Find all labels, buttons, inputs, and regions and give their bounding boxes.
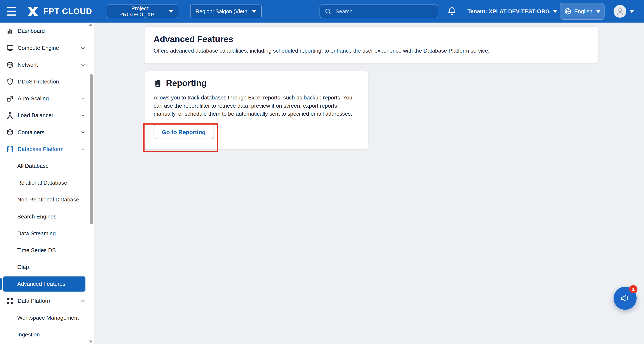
sidebar: Dashboard Compute Engine Network D bbox=[0, 23, 94, 344]
chevron-down-icon bbox=[252, 10, 256, 13]
region-label: Region: Saigon (Vietn... bbox=[196, 8, 252, 14]
sidebar-item-load-balancer[interactable]: Load Balancer bbox=[0, 107, 94, 124]
brand-logo[interactable]: FPT CLOUD bbox=[26, 0, 92, 23]
chevron-up-icon[interactable] bbox=[80, 146, 86, 152]
sidebar-item-network[interactable]: Network bbox=[0, 56, 94, 73]
sidebar-item-label: Database Platform bbox=[18, 146, 64, 152]
sidebar-item-label: Load Balancer bbox=[18, 112, 53, 118]
sidebar-item-relational-database[interactable]: Relational Database bbox=[0, 174, 94, 191]
project-selector[interactable]: Project: PROJECT_XPL... bbox=[107, 5, 178, 18]
database-icon bbox=[6, 145, 14, 153]
tenant-label: Tenant: XPLAT-DEV-TEST-ORG bbox=[468, 8, 550, 14]
chevron-down-icon bbox=[630, 10, 634, 13]
sidebar-item-label: Network bbox=[18, 62, 38, 68]
brand-name: FPT CLOUD bbox=[44, 7, 92, 16]
sidebar-item-data-platform[interactable]: Data Platform bbox=[0, 292, 94, 309]
network-icon bbox=[6, 61, 14, 69]
clipboard-icon bbox=[154, 79, 162, 87]
sidebar-item-label: Data Streaming bbox=[17, 230, 56, 236]
reporting-card: Reporting Allows you to track databases … bbox=[144, 71, 368, 150]
sidebar-item-olap[interactable]: Olap bbox=[0, 259, 94, 275]
notifications-button[interactable] bbox=[447, 6, 458, 17]
region-selector[interactable]: Region: Saigon (Vietn... bbox=[190, 5, 262, 18]
chevron-up-icon[interactable] bbox=[80, 298, 86, 304]
sidebar-item-label: DDoS Protection bbox=[18, 79, 59, 85]
data-platform-icon bbox=[6, 297, 14, 305]
shield-icon bbox=[6, 78, 14, 86]
chevron-down-icon[interactable] bbox=[80, 96, 86, 101]
chevron-down-icon bbox=[553, 10, 558, 13]
sidebar-item-label: Olap bbox=[17, 264, 29, 270]
project-label: Project: PROJECT_XPL... bbox=[112, 5, 169, 18]
containers-icon bbox=[6, 128, 14, 136]
sidebar-item-data-streaming[interactable]: Data Streaming bbox=[0, 225, 94, 242]
advanced-features-header-card: Advanced Features Offers advanced databa… bbox=[144, 26, 598, 64]
sidebar-item-non-relational-database[interactable]: Non-Relational Database bbox=[0, 191, 94, 208]
language-label: English bbox=[574, 8, 592, 14]
topbar: FPT CLOUD Project: PROJECT_XPL... Region… bbox=[0, 0, 644, 23]
language-selector[interactable]: English bbox=[560, 3, 604, 20]
sidebar-item-containers[interactable]: Containers bbox=[0, 124, 94, 141]
compute-engine-icon bbox=[6, 44, 14, 52]
chevron-down-icon[interactable] bbox=[80, 112, 86, 118]
sidebar-item-label: Dashboard bbox=[18, 28, 45, 34]
fpt-logo-icon bbox=[26, 5, 40, 19]
megaphone-icon bbox=[620, 293, 630, 304]
sidebar-item-auto-scaling[interactable]: Auto Scaling bbox=[0, 90, 94, 107]
sidebar-scrollbar-thumb[interactable] bbox=[90, 74, 93, 224]
search-input[interactable] bbox=[336, 8, 434, 14]
reporting-card-title-row: Reporting bbox=[154, 78, 359, 88]
sidebar-item-label: Data Platform bbox=[18, 298, 52, 304]
menu-icon[interactable] bbox=[6, 6, 18, 17]
load-balancer-icon bbox=[6, 111, 14, 119]
sidebar-item-database-platform[interactable]: Database Platform bbox=[0, 141, 94, 157]
page-description: Offers advanced database capabilities, i… bbox=[154, 48, 589, 54]
sidebar-item-label: Auto Scaling bbox=[18, 95, 49, 102]
tenant-selector[interactable]: Tenant: XPLAT-DEV-TEST-ORG bbox=[468, 0, 558, 23]
dashboard-icon bbox=[6, 27, 14, 35]
sidebar-item-search-engines[interactable]: Search Engines bbox=[0, 208, 94, 225]
sidebar-item-label: Compute Engine bbox=[18, 45, 59, 51]
scroll-down-icon[interactable] bbox=[89, 341, 92, 343]
app-root: FPT CLOUD Project: PROJECT_XPL... Region… bbox=[0, 0, 644, 344]
sidebar-item-label: Ingestion bbox=[17, 331, 40, 338]
sidebar-item-workspace-management[interactable]: Workspace Management bbox=[0, 309, 94, 326]
sidebar-item-ingestion[interactable]: Ingestion bbox=[0, 326, 94, 343]
user-menu[interactable] bbox=[614, 0, 634, 23]
sidebar-item-label: Time Series DB bbox=[17, 247, 56, 253]
sidebar-item-compute-engine[interactable]: Compute Engine bbox=[0, 40, 94, 56]
chevron-down-icon[interactable] bbox=[80, 129, 86, 135]
page-title: Advanced Features bbox=[154, 34, 589, 44]
auto-scaling-icon bbox=[6, 95, 14, 102]
notification-badge: 1 bbox=[629, 285, 638, 293]
search-box bbox=[320, 5, 438, 18]
chevron-down-icon[interactable] bbox=[80, 45, 86, 51]
reporting-description: Allows you to track databases through Ex… bbox=[154, 94, 360, 118]
sidebar-item-label: Advanced Features bbox=[17, 281, 65, 287]
search-icon bbox=[324, 8, 332, 15]
chevron-down-icon bbox=[596, 10, 601, 13]
sidebar-item-label: Workspace Management bbox=[17, 314, 79, 321]
sidebar-item-advanced-features[interactable]: Advanced Features bbox=[3, 276, 86, 291]
announcements-button[interactable]: 1 bbox=[614, 287, 637, 310]
avatar-icon bbox=[614, 5, 626, 18]
sidebar-item-time-series-db[interactable]: Time Series DB bbox=[0, 242, 94, 259]
reporting-title: Reporting bbox=[166, 78, 206, 88]
sidebar-item-dashboard[interactable]: Dashboard bbox=[0, 23, 94, 40]
sidebar-item-label: Non-Relational Database bbox=[17, 197, 79, 203]
sidebar-item-label: Relational Database bbox=[17, 180, 67, 186]
chevron-down-icon bbox=[169, 10, 173, 13]
sidebar-item-all-database[interactable]: All Database bbox=[0, 157, 94, 174]
bell-icon bbox=[447, 6, 457, 17]
go-to-reporting-button[interactable]: Go to Reporting bbox=[154, 125, 214, 139]
sidebar-item-label: Search Engines bbox=[17, 213, 56, 220]
sidebar-item-label: Containers bbox=[18, 129, 44, 135]
globe-icon bbox=[564, 7, 572, 15]
scroll-up-icon[interactable] bbox=[89, 23, 92, 26]
chevron-down-icon[interactable] bbox=[80, 62, 86, 68]
sidebar-item-label: All Database bbox=[17, 163, 49, 169]
sidebar-item-ddos-protection[interactable]: DDoS Protection bbox=[0, 73, 94, 90]
main-content: Advanced Features Offers advanced databa… bbox=[94, 23, 644, 344]
